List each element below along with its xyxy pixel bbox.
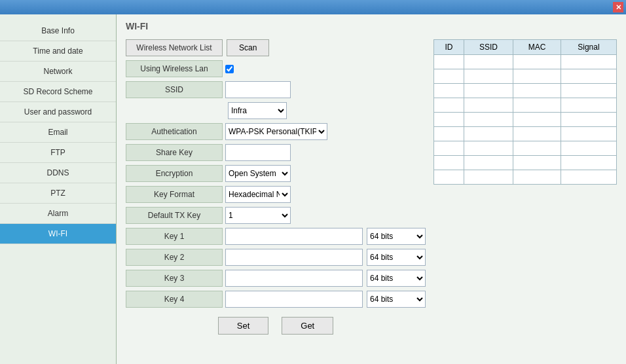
ssid-row: SSID kand bbox=[126, 81, 426, 98]
key4-label: Key 4 bbox=[126, 291, 223, 308]
col-ssid: SSID bbox=[464, 40, 513, 55]
table-row bbox=[434, 84, 617, 98]
content-area: WI-FI Wireless Network List Scan Using W… bbox=[117, 14, 626, 364]
sidebar-item-user-and-password[interactable]: User and password bbox=[0, 102, 116, 122]
using-wireless-checkbox-container bbox=[225, 65, 234, 73]
key1-row: Key 1 64 bits 128 bits bbox=[126, 228, 426, 245]
bottom-buttons: Set Get bbox=[126, 317, 426, 335]
key3-row: Key 3 64 bits 128 bits bbox=[126, 270, 426, 287]
key1-select[interactable]: 64 bits 128 bits bbox=[367, 228, 426, 245]
wifi-right-panel: ID SSID MAC Signal bbox=[433, 39, 617, 335]
table-row bbox=[434, 69, 617, 84]
table-row bbox=[434, 156, 617, 170]
sidebar-item-network[interactable]: Network bbox=[0, 62, 116, 82]
col-signal: Signal bbox=[561, 40, 616, 55]
key2-input[interactable] bbox=[225, 249, 363, 266]
table-row bbox=[434, 55, 617, 69]
ssid-label: SSID bbox=[126, 81, 223, 98]
default-tx-key-label: Default TX Key bbox=[126, 207, 223, 224]
key3-select[interactable]: 64 bits 128 bits bbox=[367, 270, 426, 287]
table-row bbox=[434, 141, 617, 156]
default-tx-key-select[interactable]: 1 2 3 4 bbox=[225, 207, 291, 224]
sidebar-item-time-and-date[interactable]: Time and date bbox=[0, 41, 116, 62]
encryption-label: Encryption bbox=[126, 165, 223, 182]
wifi-left-panel: Wireless Network List Scan Using Wireles… bbox=[126, 39, 426, 335]
sidebar-item-ddns[interactable]: DDNS bbox=[0, 163, 116, 183]
key2-row: Key 2 64 bits 128 bits bbox=[126, 249, 426, 266]
table-row bbox=[434, 170, 617, 185]
auth-label: Authetication bbox=[126, 123, 223, 140]
default-tx-key-row: Default TX Key 1 2 3 4 bbox=[126, 207, 426, 224]
scan-button[interactable]: Scan bbox=[227, 39, 269, 56]
sidebar-item-wifi[interactable]: WI-FI bbox=[0, 224, 116, 244]
key3-label: Key 3 bbox=[126, 270, 223, 287]
infra-select[interactable]: Infra bbox=[228, 102, 287, 119]
sidebar-item-sd-record-scheme[interactable]: SD Record Scheme bbox=[0, 82, 116, 102]
network-table: ID SSID MAC Signal bbox=[433, 39, 617, 185]
share-key-input[interactable]: 123456 bbox=[225, 144, 291, 161]
table-row bbox=[434, 127, 617, 141]
sidebar-item-base-info[interactable]: Base Info bbox=[0, 21, 116, 41]
get-button[interactable]: Get bbox=[282, 317, 333, 335]
key1-input[interactable] bbox=[225, 228, 363, 245]
key2-select[interactable]: 64 bits 128 bits bbox=[367, 249, 426, 266]
infra-row: Infra bbox=[225, 102, 426, 119]
title-bar: ✕ bbox=[0, 0, 626, 14]
network-table-wrapper: ID SSID MAC Signal bbox=[433, 39, 617, 204]
auth-select[interactable]: WPA-PSK Personal(TKIP) Open System Share… bbox=[225, 123, 327, 140]
sidebar-item-ptz[interactable]: PTZ bbox=[0, 183, 116, 204]
share-key-label: Share Key bbox=[126, 144, 223, 161]
main-container: Base Info Time and date Network SD Recor… bbox=[0, 14, 626, 364]
using-wireless-checkbox[interactable] bbox=[225, 65, 234, 73]
col-mac: MAC bbox=[513, 40, 561, 55]
using-wireless-label: Using Wireless Lan bbox=[126, 60, 223, 77]
wifi-layout: Wireless Network List Scan Using Wireles… bbox=[126, 39, 617, 335]
table-row bbox=[434, 113, 617, 127]
key4-input[interactable] bbox=[225, 291, 363, 308]
key3-input[interactable] bbox=[225, 270, 363, 287]
encryption-select[interactable]: Open System WEP 64bit WEP 128bit bbox=[225, 165, 291, 182]
key-format-row: Key Format Hexadecimal Nur ASCII bbox=[126, 186, 426, 203]
sidebar-item-ftp[interactable]: FTP bbox=[0, 143, 116, 163]
share-key-row: Share Key 123456 bbox=[126, 144, 426, 161]
encryption-row: Encryption Open System WEP 64bit WEP 128… bbox=[126, 165, 426, 182]
wireless-network-row: Wireless Network List Scan bbox=[126, 39, 426, 56]
key1-label: Key 1 bbox=[126, 228, 223, 245]
wireless-network-list-button[interactable]: Wireless Network List bbox=[126, 39, 223, 56]
sidebar-item-alarm[interactable]: Alarm bbox=[0, 204, 116, 224]
page-title: WI-FI bbox=[126, 21, 617, 31]
table-row bbox=[434, 98, 617, 113]
key-format-select[interactable]: Hexadecimal Nur ASCII bbox=[225, 186, 291, 203]
ssid-input[interactable]: kand bbox=[225, 81, 291, 98]
set-button[interactable]: Set bbox=[218, 317, 269, 335]
key2-label: Key 2 bbox=[126, 249, 223, 266]
close-button[interactable]: ✕ bbox=[613, 2, 623, 12]
key-format-label: Key Format bbox=[126, 186, 223, 203]
col-id: ID bbox=[434, 40, 464, 55]
sidebar-item-email[interactable]: Email bbox=[0, 122, 116, 143]
using-wireless-row: Using Wireless Lan bbox=[126, 60, 426, 77]
sidebar: Base Info Time and date Network SD Recor… bbox=[0, 14, 117, 364]
key4-select[interactable]: 64 bits 128 bits bbox=[367, 291, 426, 308]
key4-row: Key 4 64 bits 128 bits bbox=[126, 291, 426, 308]
auth-row: Authetication WPA-PSK Personal(TKIP) Ope… bbox=[126, 123, 426, 140]
